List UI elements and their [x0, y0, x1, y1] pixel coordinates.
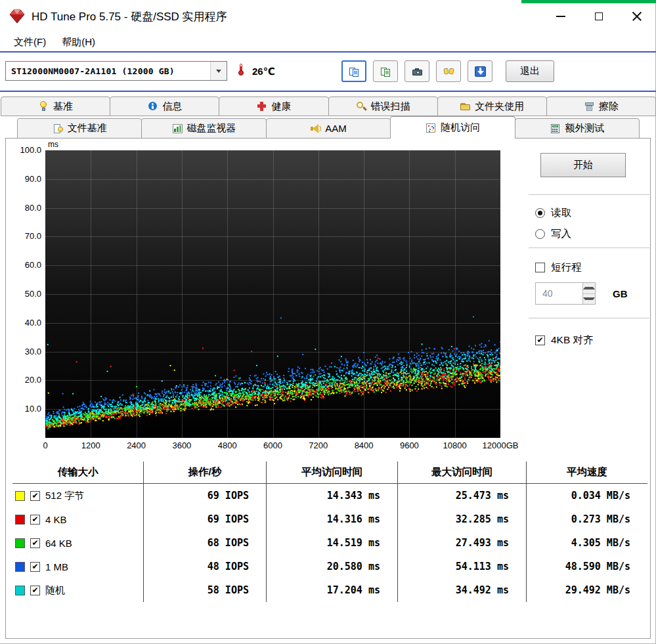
copy-image-button[interactable]: [341, 60, 366, 82]
series-color-swatch: [15, 515, 25, 525]
spin-up-button[interactable]: [583, 283, 595, 294]
series-label: 4 KB: [45, 514, 67, 525]
tab-random-access[interactable]: 随机访问: [390, 116, 515, 139]
tab-label: 错误扫描: [371, 100, 410, 113]
hd-tune-window: HD Tune Pro 5.75 - 硬盘/SSD 实用程序 文件(F) 帮助(…: [0, 0, 656, 644]
copy-text-button[interactable]: [373, 60, 398, 82]
x-axis-tick: 8400: [341, 440, 387, 450]
start-button[interactable]: 开始: [540, 153, 626, 177]
table-cell-avg: 20.580 ms: [267, 555, 398, 578]
copy-image-icon: [349, 66, 360, 77]
read-option[interactable]: 读取: [535, 203, 649, 223]
thermometer-icon: [235, 64, 246, 74]
write-radio[interactable]: [535, 229, 545, 239]
drive-selector[interactable]: ST12000NM0007-2A1101 (12000 GB): [5, 61, 227, 81]
read-radio[interactable]: [535, 208, 545, 218]
top-green-strip: [521, 0, 656, 3]
tab-row-1: 基准信息健康错误扫描文件夹使用擦除: [0, 97, 656, 116]
close-button[interactable]: [618, 0, 656, 33]
tab-disk-monitor[interactable]: 磁盘监视器: [141, 118, 266, 139]
series-checkbox[interactable]: ✔: [30, 538, 40, 548]
series-checkbox[interactable]: ✔: [30, 562, 40, 572]
tab-label: 基准: [53, 100, 73, 113]
tab-error-scan[interactable]: 错误扫描: [328, 97, 438, 116]
capacity-input[interactable]: [536, 283, 579, 304]
health-icon: [256, 101, 267, 112]
tab-label: 健康: [271, 100, 291, 113]
x-axis-tick: 12000GB: [477, 440, 523, 450]
separator: [529, 318, 649, 318]
tab-folder-usage[interactable]: 文件夹使用: [437, 97, 547, 116]
save-results-button[interactable]: [468, 60, 492, 82]
tab-benchmark[interactable]: 基准: [1, 97, 110, 116]
capacity-spinner[interactable]: [535, 282, 596, 305]
table-cell-speed: 4.305 MB/s: [527, 531, 647, 555]
x-axis-tick: 9600: [386, 440, 432, 450]
save-results-icon: [475, 66, 486, 77]
table-cell-iops: 68 IOPS: [144, 531, 267, 555]
submit-results-button[interactable]: [436, 60, 461, 82]
minimize-button[interactable]: [542, 0, 580, 33]
chevron-down-icon[interactable]: [210, 62, 227, 80]
table-row-label: ✔4 KB: [12, 507, 144, 531]
window-title: HD Tune Pro 5.75 - 硬盘/SSD 实用程序: [32, 9, 227, 24]
x-axis-tick: 10800: [432, 440, 478, 450]
short-stroke-checkbox[interactable]: [535, 263, 545, 272]
table-cell-max: 32.285 ms: [398, 507, 527, 531]
series-label: 随机: [45, 584, 65, 597]
menu-file[interactable]: 文件(F): [8, 34, 52, 51]
spinner-buttons: [582, 283, 595, 304]
table-cell-speed: 0.273 MB/s: [527, 507, 647, 531]
tab-info[interactable]: 信息: [110, 97, 219, 116]
short-stroke-option[interactable]: 短行程: [535, 257, 649, 277]
separator: [529, 247, 649, 248]
table-cell-speed: 29.492 MB/s: [527, 578, 647, 602]
tab-file-benchmark[interactable]: 文件基准: [17, 118, 142, 139]
exit-button[interactable]: 退出: [506, 60, 554, 82]
minimize-icon: [556, 16, 565, 17]
y-axis-tick: 20.0: [7, 375, 41, 385]
menu-bar: 文件(F) 帮助(H): [0, 33, 656, 51]
tab-extra-tests[interactable]: 额外测试: [515, 118, 640, 139]
write-option[interactable]: 写入: [535, 224, 649, 244]
series-checkbox[interactable]: ✔: [30, 515, 40, 525]
tab-health[interactable]: 健康: [219, 97, 328, 116]
y-axis-tick: 10.0: [7, 404, 41, 414]
separator: [529, 194, 649, 195]
y-axis-tick: 90.0: [7, 174, 41, 184]
drive-name: ST12000NM0007-2A1101 (12000 GB): [6, 66, 175, 76]
y-axis-tick: 60.0: [7, 260, 41, 270]
table-row-label: ✔64 KB: [12, 531, 144, 555]
screenshot-button[interactable]: [405, 60, 429, 82]
test-controls: 开始 读取 写入 短行程: [529, 149, 649, 350]
column-header: 平均访问时间: [267, 462, 398, 484]
tab-aam[interactable]: AAM: [266, 118, 391, 139]
column-header: 传输大小: [12, 462, 144, 484]
table-cell-iops: 58 IOPS: [144, 578, 267, 602]
tab-row-2: 文件基准磁盘监视器AAM随机访问额外测试: [17, 116, 639, 139]
menu-help[interactable]: 帮助(H): [56, 34, 101, 51]
table-cell-iops: 48 IOPS: [144, 555, 267, 578]
y-axis-tick: 50.0: [7, 289, 41, 299]
app-icon: [9, 9, 25, 24]
y-axis-tick: 40.0: [7, 318, 41, 328]
y-axis: 100.090.080.070.060.050.040.030.020.010.…: [7, 139, 41, 447]
align-checkbox[interactable]: ✔: [535, 335, 545, 345]
series-color-swatch: [15, 538, 25, 548]
temperature-value: 26℃: [252, 66, 275, 77]
info-icon: [147, 101, 158, 112]
toolbar-button-group: [341, 60, 492, 82]
series-checkbox[interactable]: ✔: [30, 586, 40, 595]
table-cell-max: 27.493 ms: [398, 531, 527, 555]
series-label: 512 字节: [45, 490, 84, 502]
series-label: 64 KB: [45, 538, 72, 549]
capacity-row: GB: [535, 282, 649, 305]
tab-erase[interactable]: 擦除: [546, 97, 656, 116]
tab-label: 擦除: [599, 100, 619, 113]
spin-down-button[interactable]: [583, 294, 595, 305]
maximize-button[interactable]: [580, 0, 618, 33]
capacity-unit-label: GB: [613, 288, 628, 299]
calc-icon: [550, 123, 561, 134]
align-option[interactable]: ✔ 4KB 对齐: [535, 330, 649, 350]
series-checkbox[interactable]: ✔: [30, 491, 40, 501]
